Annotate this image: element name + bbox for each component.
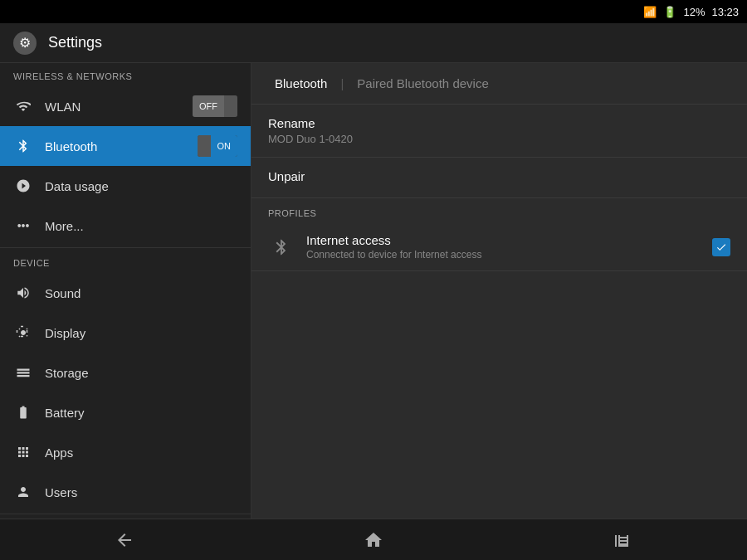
sidebar-item-display[interactable]: Display — [0, 313, 251, 353]
wlan-toggle[interactable]: OFF — [193, 95, 237, 117]
content-body: Rename MOD Duo 1-0420 Unpair PROFILES In… — [251, 105, 747, 536]
sidebar-item-battery[interactable]: Battery — [0, 392, 251, 432]
more-icon: ••• — [13, 216, 33, 236]
sidebar-item-wlan[interactable]: WLAN OFF — [0, 86, 251, 126]
rename-row[interactable]: Rename MOD Duo 1-0420 — [251, 105, 747, 158]
divider-device — [0, 247, 251, 248]
sound-label: Sound — [45, 286, 237, 300]
page-title: Settings — [48, 34, 102, 51]
sidebar-item-apps[interactable]: Apps — [0, 432, 251, 472]
status-time: 13:23 — [711, 6, 739, 18]
content-header: Bluetooth | Paired Bluetooth device — [251, 63, 747, 105]
sound-icon — [13, 283, 33, 303]
sidebar-item-users[interactable]: Users — [0, 472, 251, 512]
rename-subtitle: MOD Duo 1-0420 — [268, 133, 730, 145]
tab-bluetooth[interactable]: Bluetooth — [268, 76, 334, 90]
internet-access-title: Internet access — [306, 233, 712, 247]
storage-icon — [13, 363, 33, 382]
apps-label: Apps — [45, 446, 237, 460]
battery-sidebar-icon — [13, 402, 33, 422]
internet-access-subtitle: Connected to device for Internet access — [306, 249, 712, 261]
wlan-toggle-on-label — [224, 95, 237, 117]
sidebar-item-storage[interactable]: Storage — [0, 353, 251, 392]
sidebar-item-data-usage[interactable]: Data usage — [0, 166, 251, 206]
bluetooth-toggle-on-label: ON — [211, 135, 238, 157]
profiles-header: PROFILES — [251, 198, 747, 223]
back-button[interactable] — [100, 525, 149, 555]
internet-access-bt-icon — [268, 234, 295, 261]
battery-label: Battery — [45, 406, 237, 420]
bluetooth-icon — [13, 136, 33, 156]
wlan-toggle-off-label: OFF — [193, 95, 224, 117]
sidebar: WIRELESS & NETWORKS WLAN OFF Bluetooth — [0, 63, 251, 536]
divider-personal — [0, 514, 251, 514]
data-usage-icon — [13, 176, 33, 196]
settings-gear-icon: ⚙ — [13, 32, 37, 55]
recents-button[interactable] — [598, 525, 647, 555]
status-bar: 📶 🔋 12% 13:23 — [0, 0, 747, 23]
tab-divider: | — [340, 76, 344, 90]
bluetooth-toggle[interactable]: ON — [198, 135, 238, 157]
bluetooth-toggle-off-label — [198, 135, 211, 157]
wlan-label: WLAN — [45, 100, 193, 114]
internet-access-checkbox[interactable] — [712, 238, 730, 256]
battery-percent: 12% — [683, 6, 705, 18]
bluetooth-label: Bluetooth — [45, 139, 198, 153]
unpair-row[interactable]: Unpair — [251, 158, 747, 198]
apps-icon — [13, 442, 33, 462]
section-header-device: DEVICE — [0, 250, 251, 273]
users-icon — [13, 482, 33, 502]
sidebar-item-more[interactable]: ••• More... — [0, 206, 251, 246]
tab-paired[interactable]: Paired Bluetooth device — [350, 76, 495, 90]
home-button[interactable] — [349, 525, 398, 555]
unpair-title: Unpair — [268, 169, 730, 183]
users-label: Users — [45, 485, 237, 499]
display-icon — [13, 323, 33, 343]
internet-access-text: Internet access Connected to device for … — [306, 233, 712, 261]
wifi-icon — [13, 96, 33, 116]
title-bar: ⚙ Settings — [0, 23, 747, 63]
more-label: More... — [45, 219, 237, 233]
data-usage-label: Data usage — [45, 179, 237, 193]
battery-icon: 🔋 — [663, 6, 676, 18]
sidebar-item-bluetooth[interactable]: Bluetooth ON — [0, 126, 251, 166]
content-panel: Bluetooth | Paired Bluetooth device Rena… — [251, 63, 747, 536]
nav-bar — [0, 519, 747, 560]
sidebar-item-sound[interactable]: Sound — [0, 273, 251, 313]
main-content: WIRELESS & NETWORKS WLAN OFF Bluetooth — [0, 63, 747, 536]
rename-title: Rename — [268, 116, 730, 130]
internet-access-row[interactable]: Internet access Connected to device for … — [251, 223, 747, 271]
display-label: Display — [45, 326, 237, 340]
bluetooth-status-icon: 📶 — [643, 6, 657, 18]
storage-label: Storage — [45, 366, 237, 380]
section-header-wireless: WIRELESS & NETWORKS — [0, 63, 251, 86]
